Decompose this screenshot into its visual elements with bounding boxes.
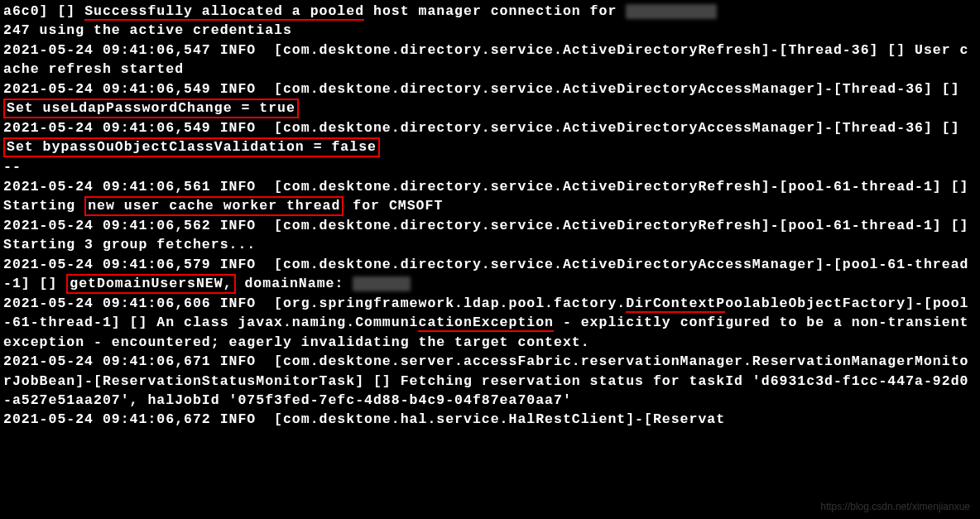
highlight-underline: cationE (418, 315, 481, 332)
terminal-output: a6c0] [] Successfully allocated a pooled… (3, 2, 977, 430)
highlight-underline: xception (482, 315, 554, 332)
log-line: 247 using the active credentials (3, 22, 292, 38)
log-line: 2021-05-24 09:41:06,562 INFO [com.deskto… (3, 218, 978, 252)
log-line: a6c0] [] (3, 3, 84, 19)
log-line: 2021-05-24 09:41:06,672 INFO [com.deskto… (3, 411, 725, 427)
log-line: 2021-05-24 09:41:06,547 INFO [com.deskto… (3, 42, 968, 77)
highlight-underline: Successfully allocated a pooled (84, 3, 364, 21)
log-line: for CMSOFT (343, 198, 443, 214)
log-line: 2021-05-24 09:41:06,606 INFO [org.spring… (3, 296, 626, 311)
highlight-underline: DirContextP (626, 296, 725, 313)
log-line: 2021-05-24 09:41:06,549 INFO [com.deskto… (3, 120, 968, 136)
redacted-text (626, 4, 717, 19)
log-line: host manager connection for (364, 3, 626, 19)
watermark-text: https://blog.csdn.net/ximenjianxue (820, 500, 970, 514)
log-line: domainName: (236, 276, 353, 291)
highlight-box: Set bypassOuObjectClassValidation = fals… (3, 137, 380, 157)
log-line: 2021-05-24 09:41:06,671 INFO [com.deskto… (3, 353, 968, 408)
highlight-box: getDomainUsersNEW, (66, 274, 235, 294)
highlight-box: Set useLdapPasswordChange = true (3, 99, 299, 118)
redacted-text (353, 276, 411, 291)
log-line: -- (3, 159, 22, 175)
log-line: 2021-05-24 09:41:06,549 INFO [com.deskto… (3, 81, 968, 97)
highlight-box: new user cache worker thread (84, 196, 343, 216)
